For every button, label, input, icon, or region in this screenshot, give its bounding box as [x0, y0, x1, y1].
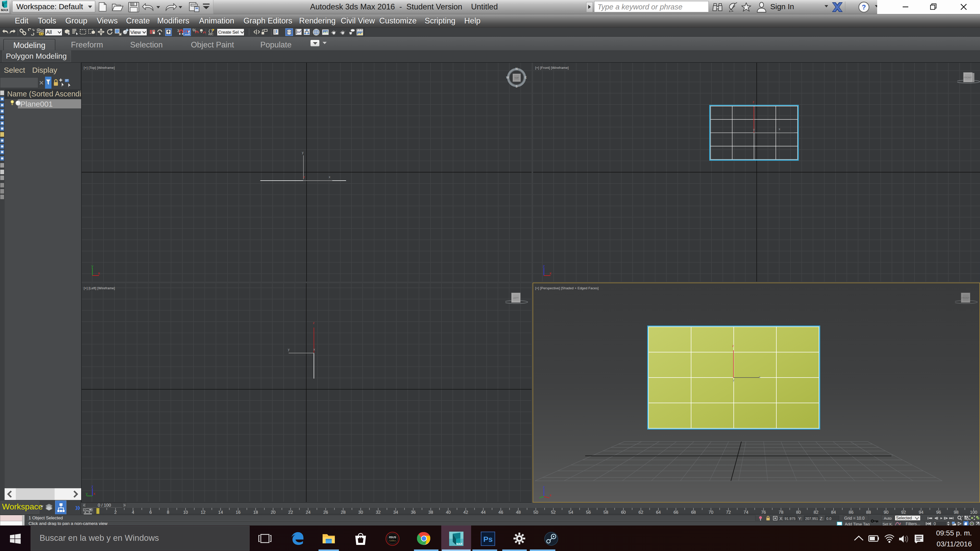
svg-text:z: z [91, 485, 94, 489]
svg-text:54: 54 [568, 510, 573, 514]
svg-text:FRONT: FRONT [964, 76, 972, 79]
svg-text:?: ? [862, 3, 866, 11]
svg-text:22: 22 [288, 510, 293, 514]
svg-text:44: 44 [481, 510, 486, 514]
svg-text:82: 82 [814, 510, 818, 514]
svg-text:86: 86 [849, 510, 853, 514]
svg-text:LEFT: LEFT [513, 297, 519, 299]
svg-text:20: 20 [271, 510, 275, 514]
svg-text:80: 80 [796, 510, 801, 514]
svg-text:y: y [86, 491, 88, 495]
svg-text:MAX: MAX [456, 542, 463, 545]
svg-text:z: z [543, 264, 545, 268]
svg-text:12: 12 [200, 510, 205, 514]
svg-text:74: 74 [743, 510, 748, 514]
svg-text:92: 92 [901, 510, 906, 514]
svg-text:y: y [91, 264, 94, 268]
svg-text:62: 62 [638, 510, 643, 514]
svg-text:64: 64 [656, 510, 661, 514]
svg-text:8: 8 [167, 510, 169, 514]
svg-text:88: 88 [866, 510, 871, 514]
svg-text:28: 28 [341, 510, 345, 514]
svg-text:70: 70 [708, 510, 713, 514]
svg-text:30: 30 [358, 510, 363, 514]
svg-text:42: 42 [463, 510, 468, 514]
svg-text:26: 26 [323, 510, 328, 514]
svg-text:66: 66 [673, 510, 678, 514]
svg-text:48: 48 [516, 510, 520, 514]
svg-text:N: N [515, 67, 518, 71]
svg-text:3: 3 [177, 28, 179, 33]
svg-text:FRONT: FRONT [962, 297, 969, 299]
svg-text:2: 2 [115, 510, 117, 514]
svg-text:78: 78 [779, 510, 783, 514]
svg-text:z: z [543, 485, 545, 489]
svg-text:72: 72 [726, 510, 731, 514]
svg-text:16: 16 [236, 510, 241, 514]
svg-text:58: 58 [604, 510, 608, 514]
svg-text:96: 96 [936, 510, 941, 514]
svg-text:100: 100 [970, 510, 977, 514]
svg-text:+: + [961, 515, 963, 518]
svg-text:36: 36 [411, 510, 416, 514]
svg-text:90: 90 [883, 510, 888, 514]
svg-text:94: 94 [919, 510, 924, 514]
svg-text:W: W [506, 76, 509, 79]
svg-text:40: 40 [446, 510, 451, 514]
svg-text:50: 50 [533, 510, 538, 514]
svg-text:60: 60 [621, 510, 626, 514]
svg-text:32: 32 [375, 510, 380, 514]
svg-text:ABC: ABC [208, 33, 213, 35]
svg-text:/ISUS: /ISUS [389, 536, 396, 539]
svg-text:98: 98 [954, 510, 959, 514]
svg-text:x: x [98, 271, 100, 275]
svg-text:Ps: Ps [484, 535, 493, 543]
svg-text:x: x [94, 491, 95, 495]
svg-text:14: 14 [218, 510, 223, 514]
svg-text:76: 76 [761, 510, 766, 514]
svg-text:52: 52 [551, 510, 556, 514]
svg-text:x: x [549, 271, 552, 275]
svg-text:S: S [515, 85, 517, 88]
svg-text:68: 68 [691, 510, 696, 514]
svg-text:24: 24 [306, 510, 310, 514]
svg-text:18: 18 [253, 510, 258, 514]
svg-text:TOP: TOP [514, 77, 519, 79]
svg-text:84: 84 [831, 510, 836, 514]
svg-text:4: 4 [132, 510, 134, 514]
svg-text:6: 6 [149, 510, 151, 514]
svg-text:46: 46 [498, 510, 503, 514]
svg-text:34: 34 [393, 510, 398, 514]
svg-text:GiftBox: GiftBox [389, 540, 396, 542]
svg-text:56: 56 [586, 510, 591, 514]
svg-text:38: 38 [428, 510, 433, 514]
svg-text:10: 10 [183, 510, 188, 514]
svg-text:x: x [549, 493, 552, 497]
svg-text:E: E [525, 76, 527, 79]
